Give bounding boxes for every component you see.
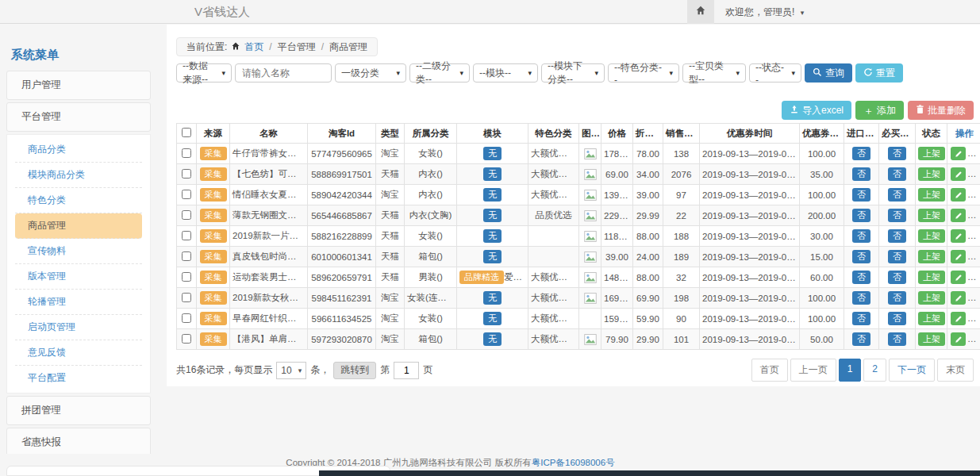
mustbuy-toggle-badge[interactable]: 否 bbox=[888, 147, 906, 160]
records-summary-mid: 条， bbox=[310, 363, 329, 377]
module-sub-select[interactable]: --模块下分类--▾ bbox=[541, 63, 605, 83]
level2-category-select[interactable]: --二级分类--▾ bbox=[409, 63, 470, 83]
feature-category-select[interactable]: --特色分类--▾ bbox=[608, 63, 679, 83]
page-button-下一页[interactable]: 下一页 bbox=[889, 359, 935, 382]
edit-button[interactable] bbox=[951, 147, 966, 160]
row-checkbox[interactable] bbox=[182, 293, 191, 302]
plus-icon: ＋ bbox=[863, 106, 874, 116]
item-type-select[interactable]: --宝贝类型--▾ bbox=[682, 63, 746, 83]
import-toggle-badge[interactable]: 否 bbox=[852, 188, 870, 202]
home-button[interactable] bbox=[687, 0, 714, 24]
table-row: 采集薄款无钢圈文胸聚拢性...565446685867天猫内衣(文胸)无品质优选… bbox=[177, 205, 980, 226]
import-toggle-badge[interactable]: 否 bbox=[852, 271, 870, 284]
import-toggle-badge[interactable]: 否 bbox=[852, 167, 870, 181]
edit-button[interactable] bbox=[951, 271, 966, 284]
status-badge[interactable]: 上架 bbox=[918, 271, 945, 284]
status-badge[interactable]: 上架 bbox=[918, 167, 945, 181]
module-select[interactable]: --模块--▾ bbox=[473, 63, 538, 83]
cell-source: 采集 bbox=[197, 247, 230, 267]
import-toggle-badge[interactable]: 否 bbox=[852, 312, 870, 325]
sidebar-subitem-版本管理[interactable]: 版本管理 bbox=[15, 264, 142, 290]
import-toggle-badge[interactable]: 否 bbox=[852, 229, 870, 243]
edit-button[interactable] bbox=[951, 229, 966, 243]
status-badge[interactable]: 上架 bbox=[918, 147, 945, 160]
page-button-1[interactable]: 1 bbox=[839, 359, 862, 382]
row-checkbox[interactable] bbox=[182, 210, 191, 220]
page-button-末页[interactable]: 末页 bbox=[937, 359, 974, 382]
mustbuy-toggle-badge[interactable]: 否 bbox=[888, 332, 906, 346]
cell-taoke-id: 565446685867 bbox=[308, 205, 376, 226]
import-toggle-badge[interactable]: 否 bbox=[852, 147, 870, 160]
page-button-首页[interactable]: 首页 bbox=[751, 359, 788, 382]
search-button[interactable]: 查询 bbox=[805, 63, 852, 83]
edit-button[interactable] bbox=[951, 188, 966, 202]
sidebar-item-平台管理[interactable]: 平台管理 bbox=[6, 102, 151, 132]
mustbuy-toggle-badge[interactable]: 否 bbox=[888, 167, 906, 181]
jump-button[interactable]: 跳转到 bbox=[333, 362, 376, 379]
sidebar-item-用户管理[interactable]: 用户管理 bbox=[6, 71, 151, 100]
jump-page-input[interactable] bbox=[394, 362, 419, 379]
row-checkbox[interactable] bbox=[182, 231, 191, 240]
cell-taoke-id: 597293020870 bbox=[308, 329, 376, 350]
row-checkbox[interactable] bbox=[182, 148, 191, 158]
row-checkbox[interactable] bbox=[182, 251, 191, 261]
per-page-select[interactable]: 10 ▾ bbox=[276, 362, 306, 379]
filter-bar: --数据来源--▾一级分类▾--二级分类--▾--模块--▾--模块下分类--▾… bbox=[176, 63, 903, 83]
page-button-上一页[interactable]: 上一页 bbox=[790, 359, 836, 382]
mustbuy-toggle-badge[interactable]: 否 bbox=[888, 291, 906, 305]
batch-delete-button[interactable]: 批量删除 bbox=[908, 101, 974, 120]
sidebar-subitem-商品管理[interactable]: 商品管理 bbox=[15, 213, 142, 239]
edit-button[interactable] bbox=[951, 209, 966, 222]
data-source-select[interactable]: --数据来源--▾ bbox=[176, 63, 232, 83]
status-badge[interactable]: 上架 bbox=[918, 188, 945, 202]
status-badge[interactable]: 上架 bbox=[918, 229, 945, 243]
status-badge[interactable]: 上架 bbox=[918, 291, 945, 305]
edit-button[interactable] bbox=[951, 167, 966, 181]
status-badge[interactable]: 上架 bbox=[918, 250, 945, 263]
status-badge[interactable]: 上架 bbox=[918, 312, 945, 325]
sidebar-subitem-意见反馈[interactable]: 意见反馈 bbox=[15, 340, 142, 366]
sidebar-item-省惠快报[interactable]: 省惠快报 bbox=[6, 428, 151, 454]
name-input[interactable] bbox=[235, 63, 332, 83]
row-checkbox[interactable] bbox=[182, 334, 191, 344]
mustbuy-toggle-badge[interactable]: 否 bbox=[888, 209, 906, 222]
sidebar-subitem-商品分类[interactable]: 商品分类 bbox=[15, 137, 142, 163]
page-button-2[interactable]: 2 bbox=[863, 359, 886, 382]
mustbuy-toggle-badge[interactable]: 否 bbox=[888, 229, 906, 243]
import-toggle-badge[interactable]: 否 bbox=[852, 291, 870, 305]
import-toggle-badge[interactable]: 否 bbox=[852, 209, 870, 222]
user-menu[interactable]: 欢迎您，管理员! ▾ bbox=[725, 6, 804, 19]
edit-button[interactable] bbox=[951, 312, 966, 325]
edit-button[interactable] bbox=[951, 332, 966, 346]
sidebar-item-拼团管理[interactable]: 拼团管理 bbox=[6, 396, 151, 425]
add-button[interactable]: ＋ 添加 bbox=[855, 101, 904, 120]
sidebar-subitem-启动页管理[interactable]: 启动页管理 bbox=[15, 315, 142, 340]
row-checkbox[interactable] bbox=[182, 190, 191, 199]
status-badge[interactable]: 上架 bbox=[918, 209, 945, 222]
mustbuy-toggle-badge[interactable]: 否 bbox=[888, 188, 906, 202]
row-checkbox[interactable] bbox=[182, 313, 191, 323]
row-checkbox[interactable] bbox=[182, 169, 191, 178]
edit-button[interactable] bbox=[951, 291, 966, 305]
sidebar-subitem-特色分类[interactable]: 特色分类 bbox=[15, 188, 142, 213]
row-checkbox[interactable] bbox=[182, 272, 191, 282]
sidebar-subitem-模块商品分类[interactable]: 模块商品分类 bbox=[15, 163, 142, 188]
mustbuy-toggle-badge[interactable]: 否 bbox=[888, 250, 906, 263]
reset-button[interactable]: 重置 bbox=[855, 63, 903, 83]
level1-category-select[interactable]: 一级分类▾ bbox=[335, 63, 406, 83]
mustbuy-toggle-badge[interactable]: 否 bbox=[888, 271, 906, 284]
mustbuy-toggle-badge[interactable]: 否 bbox=[888, 312, 906, 325]
edit-button[interactable] bbox=[951, 250, 966, 263]
import-toggle-badge[interactable]: 否 bbox=[852, 250, 870, 263]
sidebar-subitem-轮播管理[interactable]: 轮播管理 bbox=[15, 290, 142, 315]
select-all-checkbox[interactable] bbox=[182, 128, 191, 137]
cell-type: 淘宝 bbox=[376, 288, 405, 309]
import-excel-button[interactable]: 导入excel bbox=[782, 101, 851, 120]
sidebar-subitem-宣传物料[interactable]: 宣传物料 bbox=[15, 239, 142, 264]
sidebar-subitem-平台配置[interactable]: 平台配置 bbox=[15, 366, 142, 390]
status-select[interactable]: --状态--▾ bbox=[749, 63, 801, 83]
import-toggle-badge[interactable]: 否 bbox=[852, 332, 870, 346]
icp-link[interactable]: 粤ICP备16098006号 bbox=[532, 458, 615, 467]
status-badge[interactable]: 上架 bbox=[918, 332, 945, 346]
breadcrumb-home-link[interactable]: 首页 bbox=[244, 40, 263, 54]
